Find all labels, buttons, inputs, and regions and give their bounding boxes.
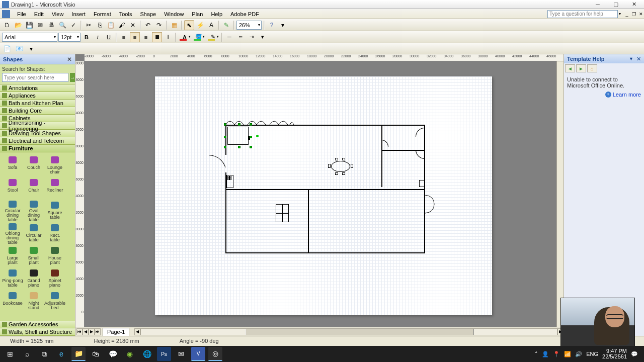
- help-search-input[interactable]: [547, 10, 618, 18]
- paste-button[interactable]: 📋: [106, 20, 116, 30]
- shape-adjustable-bed[interactable]: Adjustable bed: [44, 290, 65, 313]
- save-button[interactable]: 💾: [24, 20, 34, 30]
- learn-more-link[interactable]: ? Learn more: [567, 92, 641, 98]
- doc-close-button[interactable]: ✕: [638, 11, 644, 17]
- pdf-options-button[interactable]: ▾: [26, 44, 36, 54]
- page-next-button[interactable]: ▶: [89, 328, 95, 335]
- pdf-convert-send-button[interactable]: 📧: [14, 44, 24, 54]
- shape-spinet-piano[interactable]: Spinet piano: [44, 267, 65, 290]
- search-go-button[interactable]: →: [70, 73, 75, 82]
- menu-insert[interactable]: Insert: [67, 10, 90, 18]
- font-size-combo[interactable]: 12pt▾: [58, 33, 80, 42]
- menu-tools[interactable]: Tools: [115, 10, 136, 18]
- bold-button[interactable]: B: [82, 32, 92, 42]
- menu-shape[interactable]: Shape: [136, 10, 160, 18]
- drawing-canvas[interactable]: [85, 61, 556, 327]
- drawing-page[interactable]: [155, 76, 492, 315]
- email-button[interactable]: ✉: [35, 20, 45, 30]
- tray-volume-icon[interactable]: 🔊: [575, 351, 582, 357]
- stencil-annotations[interactable]: Annotations: [0, 84, 75, 92]
- format-painter-button[interactable]: 🖌: [117, 20, 127, 30]
- shapes-window-button[interactable]: ▦: [169, 20, 179, 30]
- line-taskbar-icon[interactable]: 💬: [106, 347, 120, 361]
- open-button[interactable]: 📂: [13, 20, 23, 30]
- template-close-button[interactable]: ✕: [636, 56, 641, 62]
- shape-grand-piano[interactable]: Grand piano: [23, 267, 44, 290]
- close-button[interactable]: ✕: [626, 1, 642, 8]
- cut-button[interactable]: ✂: [84, 20, 94, 30]
- edge-taskbar-icon[interactable]: e: [54, 347, 68, 361]
- task-view-button[interactable]: ⧉: [37, 347, 51, 361]
- template-dropdown-icon[interactable]: ▼: [629, 56, 633, 61]
- shape-lounge-chair[interactable]: Lounge chair: [44, 154, 65, 177]
- shape-sofa[interactable]: Sofa: [2, 154, 23, 177]
- search-taskbar-button[interactable]: ⌕: [20, 347, 34, 361]
- italic-button[interactable]: I: [93, 32, 103, 42]
- print-button[interactable]: 🖶: [46, 20, 56, 30]
- line-ends-button[interactable]: ⇥: [247, 32, 257, 42]
- underline-button[interactable]: U: [104, 32, 114, 42]
- minimize-button[interactable]: ─: [590, 1, 606, 8]
- fill-color-button[interactable]: 🪣: [192, 32, 205, 42]
- obs-taskbar-icon[interactable]: ◎: [208, 347, 222, 361]
- menu-adobepdf[interactable]: Adobe PDF: [226, 10, 263, 18]
- photoshop-taskbar-icon[interactable]: Ps: [157, 347, 171, 361]
- shapes-grid[interactable]: SofaCouchLounge chairStoolChairReclinerC…: [0, 152, 75, 321]
- help-button[interactable]: ?: [267, 20, 277, 30]
- stencil-walls-shell-and-structure[interactable]: Walls, Shell and Structure: [0, 328, 75, 336]
- mail-taskbar-icon[interactable]: ✉: [174, 347, 188, 361]
- stencil-appliances[interactable]: Appliances: [0, 92, 75, 100]
- horizontal-scrollbar[interactable]: ◀ ▶: [134, 327, 564, 336]
- vertical-scrollbar[interactable]: [556, 61, 564, 327]
- toolbar-options-button[interactable]: ▾: [278, 20, 288, 30]
- zoom-combo[interactable]: 26%▾: [236, 21, 262, 30]
- shape-stool[interactable]: Stool: [2, 177, 23, 200]
- page-first-button[interactable]: ⏮: [76, 328, 83, 335]
- new-button[interactable]: 🗋: [2, 20, 12, 30]
- start-button[interactable]: ⊞: [3, 347, 17, 361]
- shape-couch[interactable]: Couch: [23, 154, 44, 177]
- font-color-button[interactable]: A: [178, 32, 191, 42]
- shape-circular-dining-table[interactable]: Circular dining table: [2, 200, 23, 222]
- stencil-bath-and-kitchen-plan[interactable]: Bath and Kitchen Plan: [0, 100, 75, 107]
- line-pattern-button[interactable]: ┅: [235, 32, 246, 42]
- tray-location-icon[interactable]: 📍: [553, 351, 560, 357]
- doc-restore-button[interactable]: ❐: [631, 11, 637, 17]
- search-shapes-input[interactable]: [2, 73, 68, 82]
- shape-oblong-dining-table[interactable]: Oblong dining table: [2, 222, 23, 245]
- shape-oval-dining-table[interactable]: Oval dining table: [23, 200, 44, 222]
- shape-small-plant[interactable]: Small plant: [23, 245, 44, 267]
- doc-minimize-button[interactable]: _: [624, 11, 630, 17]
- text-tool-button[interactable]: A: [206, 20, 216, 30]
- menu-view[interactable]: View: [48, 10, 68, 18]
- align-justify-button[interactable]: ≣: [152, 32, 162, 42]
- menu-window[interactable]: Window: [160, 10, 188, 18]
- explorer-taskbar-icon[interactable]: 📁: [71, 347, 86, 361]
- shape-chair[interactable]: Chair: [23, 177, 44, 200]
- shapes-panel-close-button[interactable]: ✕: [67, 56, 72, 63]
- shape-bookcase[interactable]: Bookcase: [2, 290, 23, 313]
- menu-file[interactable]: File: [13, 10, 30, 18]
- pointer-tool-button[interactable]: ⬉: [184, 20, 194, 30]
- page-tab[interactable]: Page-1: [103, 328, 129, 336]
- redo-button[interactable]: ↷: [154, 20, 164, 30]
- shape-large-plant[interactable]: Large plant: [2, 245, 23, 267]
- stencil-building-core[interactable]: Building Core: [0, 107, 75, 115]
- spelling-button[interactable]: ✓: [68, 20, 78, 30]
- distribute-button[interactable]: ⫴: [163, 32, 173, 42]
- align-center-button[interactable]: ≡: [130, 32, 140, 42]
- template-home-button[interactable]: ⌂: [587, 64, 597, 72]
- align-right-button[interactable]: ≡: [141, 32, 151, 42]
- chrome-taskbar-icon[interactable]: 🌐: [140, 347, 154, 361]
- connector-tool-button[interactable]: ⚡: [195, 20, 205, 30]
- tray-chevron-icon[interactable]: ˄: [535, 351, 538, 357]
- line-color-button[interactable]: ✎: [206, 32, 219, 42]
- store-taskbar-icon[interactable]: 🛍: [89, 347, 103, 361]
- delete-button[interactable]: ✕: [128, 20, 138, 30]
- pdf-convert-button[interactable]: 📄: [2, 44, 12, 54]
- shape-night-stand[interactable]: Night stand: [23, 290, 44, 313]
- maximize-button[interactable]: ▢: [608, 1, 624, 8]
- app-taskbar-icon[interactable]: ◉: [123, 347, 137, 361]
- shape-square-table[interactable]: Square table: [44, 200, 65, 222]
- tray-clock[interactable]: 9:47 PM 22/5/2561: [602, 348, 627, 359]
